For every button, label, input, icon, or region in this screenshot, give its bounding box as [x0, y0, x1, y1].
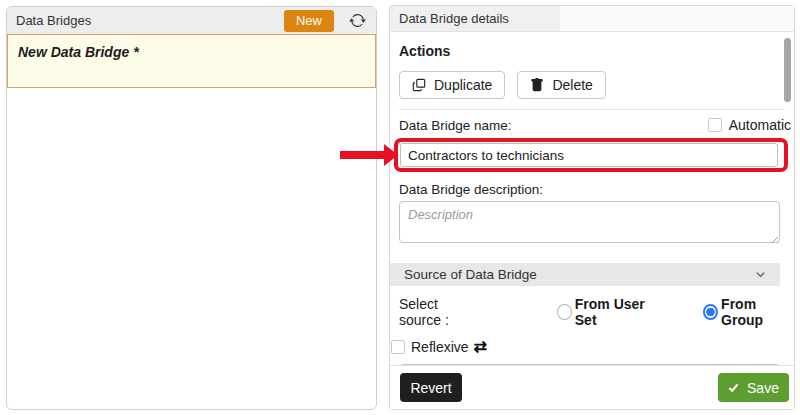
- reflexive-label: Reflexive: [411, 339, 469, 355]
- automatic-checkbox[interactable]: [708, 118, 722, 132]
- name-field-highlight: [394, 138, 788, 172]
- trash-icon: [530, 78, 544, 92]
- revert-button[interactable]: Revert: [400, 373, 462, 402]
- details-footer: Revert Save: [390, 365, 794, 409]
- data-bridge-details-panel: Data Bridge details Actions Duplicate De…: [389, 5, 795, 410]
- refresh-icon[interactable]: [347, 11, 367, 31]
- source-section-header[interactable]: Source of Data Bridge: [390, 263, 780, 286]
- tab-data-bridge-details[interactable]: Data Bridge details: [390, 6, 560, 31]
- select-source-label: Select source :: [399, 296, 483, 328]
- save-label: Save: [747, 380, 779, 396]
- data-bridges-header: Data Bridges New: [7, 7, 376, 34]
- radio-from-group-label: From Group: [721, 296, 794, 328]
- details-tab-bar: Data Bridge details: [390, 6, 794, 32]
- copy-icon: [412, 78, 426, 92]
- data-bridge-description-textarea[interactable]: [399, 201, 780, 243]
- chevron-down-icon: [755, 269, 766, 280]
- duplicate-button[interactable]: Duplicate: [399, 71, 505, 99]
- delete-label: Delete: [552, 77, 592, 93]
- new-button[interactable]: New: [284, 10, 334, 32]
- vertical-scrollbar[interactable]: [784, 38, 791, 102]
- radio-from-user-set-label: From User Set: [575, 296, 662, 328]
- data-bridges-panel: Data Bridges New New Data Bridge *: [6, 6, 377, 410]
- reflexive-arrows-icon: ⇄: [474, 339, 487, 355]
- data-bridge-name-input[interactable]: [400, 143, 778, 167]
- actions-heading: Actions: [399, 43, 794, 59]
- reflexive-checkbox[interactable]: [391, 340, 405, 354]
- delete-button[interactable]: Delete: [517, 71, 605, 99]
- radio-icon: [557, 304, 572, 320]
- name-field-label: Data Bridge name:: [399, 118, 512, 133]
- annotation-arrow-icon: [340, 144, 398, 166]
- duplicate-label: Duplicate: [434, 77, 492, 93]
- save-button[interactable]: Save: [718, 373, 789, 402]
- details-body: Actions Duplicate Delete Data Bridge nam…: [390, 43, 794, 377]
- radio-from-group[interactable]: From Group: [703, 296, 794, 328]
- description-field-label: Data Bridge description:: [399, 182, 794, 197]
- source-section-title: Source of Data Bridge: [404, 267, 537, 282]
- check-icon: [728, 382, 739, 393]
- list-item-new-data-bridge[interactable]: New Data Bridge *: [7, 34, 376, 88]
- panel-title: Data Bridges: [16, 13, 91, 28]
- section-divider: [399, 109, 785, 110]
- automatic-label: Automatic: [729, 117, 791, 133]
- radio-from-user-set[interactable]: From User Set: [557, 296, 661, 328]
- radio-selected-icon: [703, 304, 718, 320]
